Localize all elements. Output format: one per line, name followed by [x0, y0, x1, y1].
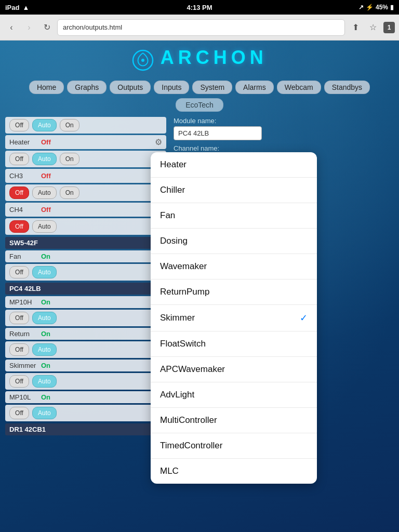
dropdown-item-fan[interactable]: Fan: [151, 203, 317, 229]
ctrl-off-ch3[interactable]: Off: [9, 153, 29, 165]
nav-outputs[interactable]: Outputs: [110, 81, 151, 94]
carrier-label: iPad: [5, 4, 19, 11]
mp10l-name-row: MP10L On: [5, 391, 166, 403]
nav-alarms[interactable]: Alarms: [235, 81, 274, 94]
dropdown-item-floatswitch[interactable]: FloatSwitch: [151, 331, 317, 357]
svg-point-1: [141, 59, 144, 62]
ch-unknown-ctrl-row: Off Auto: [5, 218, 166, 235]
dropdown-item-apcwavemaker[interactable]: APCWavemaker: [151, 357, 317, 382]
module-name-label: Module name:: [174, 117, 394, 125]
ch3-label: CH3: [9, 172, 38, 180]
dropdown-item-wavemaker[interactable]: Wavemaker: [151, 254, 317, 280]
ch4-status: Off: [41, 206, 51, 214]
module-name-input[interactable]: PC4 42LB: [174, 126, 262, 140]
fan-ctrl-row: Off Auto: [5, 264, 166, 281]
share-button[interactable]: ⬆: [348, 20, 363, 35]
skimmer-label: Skimmer: [9, 362, 38, 369]
skimmer-ctrl-row: Off Auto: [5, 373, 166, 390]
ctrl-auto-mp10h[interactable]: Auto: [32, 312, 57, 324]
nav-standbys[interactable]: Standbys: [324, 81, 370, 94]
ctrl-auto-return[interactable]: Auto: [32, 343, 57, 356]
dropdown-wavemaker-label: Wavemaker: [160, 261, 207, 272]
ch4-name-row: CH4 Off ⚙: [5, 203, 166, 217]
logo-area: ARCHON: [0, 41, 399, 78]
dropdown-item-dosing[interactable]: Dosing: [151, 229, 317, 254]
dropdown-item-mlc[interactable]: MLC: [151, 459, 317, 484]
ctrl-off-mp10h[interactable]: Off: [9, 312, 29, 324]
ctrl-on-ch4[interactable]: On: [60, 187, 79, 199]
ctrl-off-mp10l[interactable]: Off: [9, 407, 29, 419]
back-button[interactable]: ‹: [4, 20, 19, 35]
logo-text: ARCHON: [161, 47, 268, 68]
dropdown-mlc-label: MLC: [160, 466, 179, 476]
nav-home[interactable]: Home: [29, 81, 64, 94]
mp10h-label: MP10H: [9, 298, 38, 306]
heater-gear[interactable]: ⚙: [155, 137, 162, 147]
return-status: On: [41, 330, 50, 338]
ctrl-auto-ch4[interactable]: Auto: [32, 187, 57, 199]
mp10l-status: On: [41, 393, 50, 401]
ch3-ctrl-row: Off Auto On: [5, 151, 166, 167]
channel-name-label: Channel name:: [174, 144, 394, 152]
dropdown-apcwavemaker-label: APCWavemaker: [160, 364, 225, 375]
ctrl-auto-skimmer[interactable]: Auto: [32, 375, 57, 388]
battery-icon: ▮: [390, 4, 394, 11]
ctrl-auto-top[interactable]: Auto: [32, 119, 57, 131]
mp10h-name-row: MP10H On: [5, 296, 166, 308]
return-label: Return: [9, 330, 38, 338]
ctrl-auto-fan[interactable]: Auto: [32, 266, 57, 278]
ch4-ctrl-row: Off Auto On: [5, 184, 166, 201]
dropdown-item-returnpump[interactable]: ReturnPump: [151, 280, 317, 305]
heater-name-row: Heater Off ⚙: [5, 135, 166, 149]
module-field-group: Module name: PC4 42LB: [174, 117, 394, 140]
nav-webcam[interactable]: Webcam: [277, 81, 321, 94]
ctrl-auto-mp10l[interactable]: Auto: [32, 407, 57, 419]
left-panel: Off Auto On Heater Off ⚙ Off Auto On CH3…: [5, 117, 166, 437]
nav-ecotech[interactable]: EcoTech: [176, 98, 223, 112]
bookmark-button[interactable]: ☆: [366, 20, 380, 35]
ctrl-off-return[interactable]: Off: [9, 343, 29, 356]
dropdown-fan-label: Fan: [160, 210, 175, 221]
dropdown-returnpump-label: ReturnPump: [160, 287, 209, 297]
return-name-row: Return On: [5, 328, 166, 340]
main-content: ARCHON Home Graphs Outputs Inputs System…: [0, 41, 399, 532]
url-text: archon/outputs.html: [63, 23, 122, 31]
dropdown-skimmer-label: Skimmer: [160, 313, 195, 323]
mp10h-status: On: [41, 298, 50, 306]
ctrl-on-ch3[interactable]: On: [60, 153, 79, 165]
dropdown-timedcontroller-label: TimedController: [160, 441, 222, 451]
ctrl-off-ch4[interactable]: Off: [9, 187, 29, 199]
status-bar: iPad ▲ 4:13 PM ↗ ⚡ 45% ▮: [0, 0, 399, 15]
forward-button[interactable]: ›: [22, 20, 36, 35]
fan-status: On: [41, 252, 50, 260]
dropdown-item-advlight[interactable]: AdvLight: [151, 382, 317, 408]
skimmer-status: On: [41, 362, 50, 369]
dr1-section-header: DR1 42CB1: [5, 423, 166, 435]
dropdown-item-multicontroller[interactable]: MultiController: [151, 408, 317, 433]
ch3-status: Off: [41, 172, 51, 180]
ch3-name-row: CH3 Off ⚙: [5, 169, 166, 183]
mp10l-ctrl-row: Off Auto: [5, 405, 166, 421]
dropdown-item-heater[interactable]: Heater: [151, 152, 317, 178]
dropdown-item-skimmer[interactable]: Skimmer ✓: [151, 305, 317, 331]
ctrl-off-fan[interactable]: Off: [9, 266, 29, 278]
ctrl-auto-unknown[interactable]: Auto: [32, 220, 57, 233]
dropdown-item-chiller[interactable]: Chiller: [151, 178, 317, 203]
ctrl-off-top[interactable]: Off: [9, 119, 29, 131]
ctrl-auto-ch3[interactable]: Auto: [32, 153, 57, 165]
heater-status: Off: [41, 138, 51, 146]
nav-inputs[interactable]: Inputs: [154, 81, 189, 94]
status-right: ↗ ⚡ 45% ▮: [358, 4, 394, 11]
ctrl-off-skimmer[interactable]: Off: [9, 375, 29, 388]
url-bar[interactable]: archon/outputs.html: [57, 19, 345, 36]
nav-graphs[interactable]: Graphs: [67, 81, 107, 94]
function-dropdown: Heater Chiller Fan Dosing Wavemaker Retu…: [151, 152, 317, 484]
tab-count[interactable]: 1: [383, 22, 395, 33]
nav-system[interactable]: System: [192, 81, 232, 94]
reload-button[interactable]: ↻: [39, 20, 54, 35]
ch4-label: CH4: [9, 206, 38, 214]
dropdown-item-timedcontroller[interactable]: TimedController: [151, 433, 317, 459]
ctrl-off-unknown[interactable]: Off: [9, 220, 29, 233]
browser-bar: ‹ › ↻ archon/outputs.html ⬆ ☆ 1: [0, 15, 399, 41]
ctrl-on-top[interactable]: On: [60, 119, 79, 131]
